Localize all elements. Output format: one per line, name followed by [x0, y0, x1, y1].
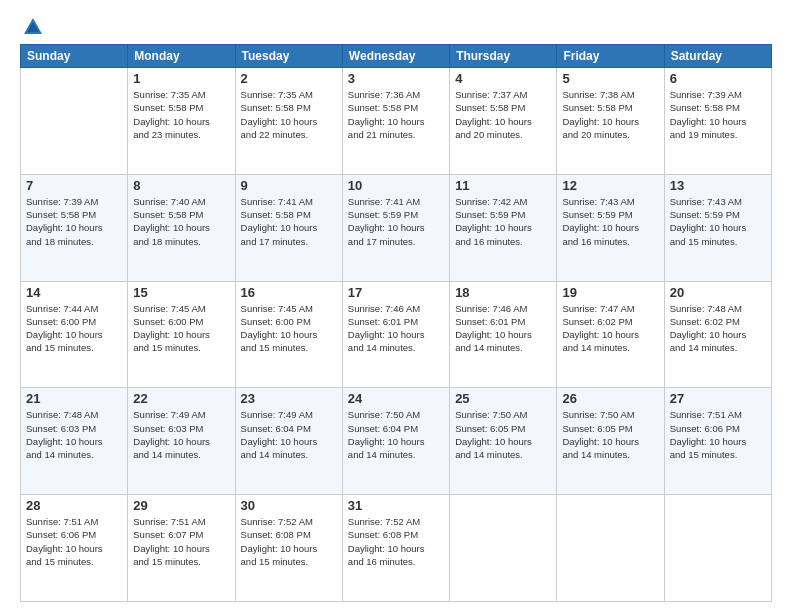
day-number: 28 [26, 498, 122, 513]
calendar-cell: 14Sunrise: 7:44 AM Sunset: 6:00 PM Dayli… [21, 281, 128, 388]
day-number: 4 [455, 71, 551, 86]
day-number: 29 [133, 498, 229, 513]
day-number: 6 [670, 71, 766, 86]
calendar-header-row: SundayMondayTuesdayWednesdayThursdayFrid… [21, 45, 772, 68]
day-info: Sunrise: 7:48 AM Sunset: 6:03 PM Dayligh… [26, 408, 122, 461]
calendar-header-wednesday: Wednesday [342, 45, 449, 68]
calendar-cell: 22Sunrise: 7:49 AM Sunset: 6:03 PM Dayli… [128, 388, 235, 495]
calendar-cell: 17Sunrise: 7:46 AM Sunset: 6:01 PM Dayli… [342, 281, 449, 388]
day-info: Sunrise: 7:49 AM Sunset: 6:04 PM Dayligh… [241, 408, 337, 461]
calendar-cell: 19Sunrise: 7:47 AM Sunset: 6:02 PM Dayli… [557, 281, 664, 388]
day-info: Sunrise: 7:50 AM Sunset: 6:04 PM Dayligh… [348, 408, 444, 461]
day-info: Sunrise: 7:50 AM Sunset: 6:05 PM Dayligh… [562, 408, 658, 461]
day-info: Sunrise: 7:46 AM Sunset: 6:01 PM Dayligh… [455, 302, 551, 355]
day-info: Sunrise: 7:41 AM Sunset: 5:59 PM Dayligh… [348, 195, 444, 248]
day-info: Sunrise: 7:37 AM Sunset: 5:58 PM Dayligh… [455, 88, 551, 141]
day-info: Sunrise: 7:46 AM Sunset: 6:01 PM Dayligh… [348, 302, 444, 355]
calendar-cell: 7Sunrise: 7:39 AM Sunset: 5:58 PM Daylig… [21, 174, 128, 281]
calendar-cell: 1Sunrise: 7:35 AM Sunset: 5:58 PM Daylig… [128, 68, 235, 175]
day-info: Sunrise: 7:44 AM Sunset: 6:00 PM Dayligh… [26, 302, 122, 355]
calendar-cell: 2Sunrise: 7:35 AM Sunset: 5:58 PM Daylig… [235, 68, 342, 175]
calendar-cell: 24Sunrise: 7:50 AM Sunset: 6:04 PM Dayli… [342, 388, 449, 495]
day-info: Sunrise: 7:49 AM Sunset: 6:03 PM Dayligh… [133, 408, 229, 461]
day-info: Sunrise: 7:51 AM Sunset: 6:06 PM Dayligh… [670, 408, 766, 461]
logo [20, 18, 44, 36]
calendar-cell: 3Sunrise: 7:36 AM Sunset: 5:58 PM Daylig… [342, 68, 449, 175]
day-number: 30 [241, 498, 337, 513]
day-number: 26 [562, 391, 658, 406]
day-number: 14 [26, 285, 122, 300]
day-info: Sunrise: 7:41 AM Sunset: 5:58 PM Dayligh… [241, 195, 337, 248]
calendar-cell: 25Sunrise: 7:50 AM Sunset: 6:05 PM Dayli… [450, 388, 557, 495]
calendar-cell: 26Sunrise: 7:50 AM Sunset: 6:05 PM Dayli… [557, 388, 664, 495]
calendar-cell: 20Sunrise: 7:48 AM Sunset: 6:02 PM Dayli… [664, 281, 771, 388]
header [20, 18, 772, 36]
calendar-cell: 16Sunrise: 7:45 AM Sunset: 6:00 PM Dayli… [235, 281, 342, 388]
calendar-cell [557, 495, 664, 602]
day-info: Sunrise: 7:45 AM Sunset: 6:00 PM Dayligh… [133, 302, 229, 355]
day-info: Sunrise: 7:40 AM Sunset: 5:58 PM Dayligh… [133, 195, 229, 248]
day-info: Sunrise: 7:36 AM Sunset: 5:58 PM Dayligh… [348, 88, 444, 141]
calendar-cell: 21Sunrise: 7:48 AM Sunset: 6:03 PM Dayli… [21, 388, 128, 495]
day-number: 16 [241, 285, 337, 300]
calendar-week-2: 7Sunrise: 7:39 AM Sunset: 5:58 PM Daylig… [21, 174, 772, 281]
calendar-cell: 23Sunrise: 7:49 AM Sunset: 6:04 PM Dayli… [235, 388, 342, 495]
day-number: 19 [562, 285, 658, 300]
day-number: 9 [241, 178, 337, 193]
calendar-cell: 4Sunrise: 7:37 AM Sunset: 5:58 PM Daylig… [450, 68, 557, 175]
day-info: Sunrise: 7:35 AM Sunset: 5:58 PM Dayligh… [133, 88, 229, 141]
calendar-cell: 11Sunrise: 7:42 AM Sunset: 5:59 PM Dayli… [450, 174, 557, 281]
day-info: Sunrise: 7:39 AM Sunset: 5:58 PM Dayligh… [26, 195, 122, 248]
day-number: 21 [26, 391, 122, 406]
calendar-header-thursday: Thursday [450, 45, 557, 68]
day-info: Sunrise: 7:52 AM Sunset: 6:08 PM Dayligh… [241, 515, 337, 568]
day-number: 8 [133, 178, 229, 193]
calendar-cell: 8Sunrise: 7:40 AM Sunset: 5:58 PM Daylig… [128, 174, 235, 281]
day-number: 2 [241, 71, 337, 86]
calendar-cell: 30Sunrise: 7:52 AM Sunset: 6:08 PM Dayli… [235, 495, 342, 602]
day-info: Sunrise: 7:43 AM Sunset: 5:59 PM Dayligh… [562, 195, 658, 248]
calendar-cell: 27Sunrise: 7:51 AM Sunset: 6:06 PM Dayli… [664, 388, 771, 495]
page: SundayMondayTuesdayWednesdayThursdayFrid… [0, 0, 792, 612]
calendar-cell: 13Sunrise: 7:43 AM Sunset: 5:59 PM Dayli… [664, 174, 771, 281]
calendar-table: SundayMondayTuesdayWednesdayThursdayFrid… [20, 44, 772, 602]
day-info: Sunrise: 7:38 AM Sunset: 5:58 PM Dayligh… [562, 88, 658, 141]
day-number: 20 [670, 285, 766, 300]
day-info: Sunrise: 7:45 AM Sunset: 6:00 PM Dayligh… [241, 302, 337, 355]
day-number: 7 [26, 178, 122, 193]
calendar-week-1: 1Sunrise: 7:35 AM Sunset: 5:58 PM Daylig… [21, 68, 772, 175]
day-info: Sunrise: 7:52 AM Sunset: 6:08 PM Dayligh… [348, 515, 444, 568]
calendar-cell: 12Sunrise: 7:43 AM Sunset: 5:59 PM Dayli… [557, 174, 664, 281]
day-number: 1 [133, 71, 229, 86]
calendar-cell: 5Sunrise: 7:38 AM Sunset: 5:58 PM Daylig… [557, 68, 664, 175]
calendar-week-5: 28Sunrise: 7:51 AM Sunset: 6:06 PM Dayli… [21, 495, 772, 602]
day-number: 13 [670, 178, 766, 193]
calendar-cell: 31Sunrise: 7:52 AM Sunset: 6:08 PM Dayli… [342, 495, 449, 602]
day-number: 31 [348, 498, 444, 513]
day-info: Sunrise: 7:51 AM Sunset: 6:06 PM Dayligh… [26, 515, 122, 568]
day-number: 10 [348, 178, 444, 193]
calendar-cell [450, 495, 557, 602]
day-info: Sunrise: 7:51 AM Sunset: 6:07 PM Dayligh… [133, 515, 229, 568]
day-number: 5 [562, 71, 658, 86]
calendar-cell [21, 68, 128, 175]
day-number: 23 [241, 391, 337, 406]
calendar-cell: 18Sunrise: 7:46 AM Sunset: 6:01 PM Dayli… [450, 281, 557, 388]
day-info: Sunrise: 7:47 AM Sunset: 6:02 PM Dayligh… [562, 302, 658, 355]
calendar-header-monday: Monday [128, 45, 235, 68]
logo-icon [22, 16, 44, 38]
day-info: Sunrise: 7:42 AM Sunset: 5:59 PM Dayligh… [455, 195, 551, 248]
calendar-cell: 6Sunrise: 7:39 AM Sunset: 5:58 PM Daylig… [664, 68, 771, 175]
day-number: 12 [562, 178, 658, 193]
day-number: 15 [133, 285, 229, 300]
day-info: Sunrise: 7:48 AM Sunset: 6:02 PM Dayligh… [670, 302, 766, 355]
day-info: Sunrise: 7:50 AM Sunset: 6:05 PM Dayligh… [455, 408, 551, 461]
day-info: Sunrise: 7:43 AM Sunset: 5:59 PM Dayligh… [670, 195, 766, 248]
calendar-week-3: 14Sunrise: 7:44 AM Sunset: 6:00 PM Dayli… [21, 281, 772, 388]
day-number: 24 [348, 391, 444, 406]
calendar-cell: 28Sunrise: 7:51 AM Sunset: 6:06 PM Dayli… [21, 495, 128, 602]
day-number: 25 [455, 391, 551, 406]
day-number: 27 [670, 391, 766, 406]
day-number: 11 [455, 178, 551, 193]
calendar-cell: 10Sunrise: 7:41 AM Sunset: 5:59 PM Dayli… [342, 174, 449, 281]
